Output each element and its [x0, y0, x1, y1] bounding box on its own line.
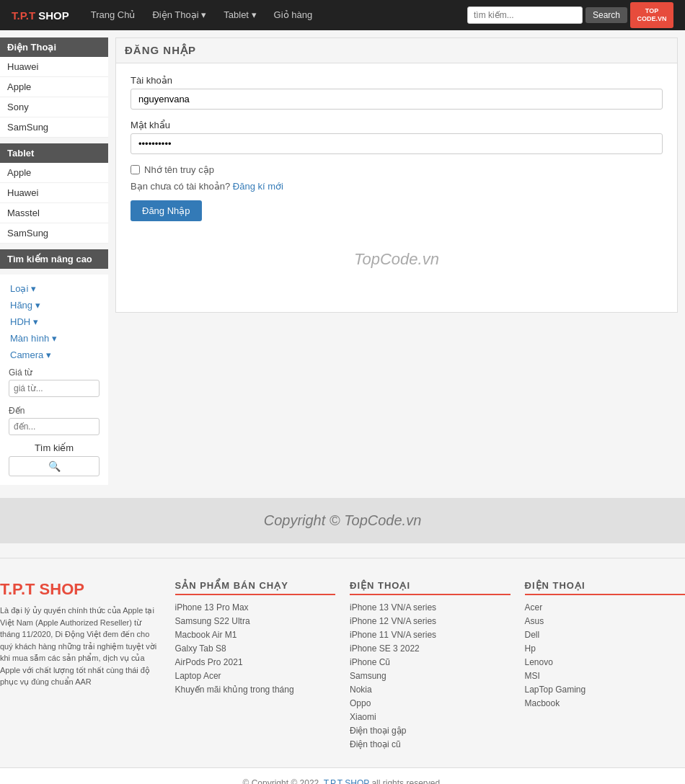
- footer-brand: T.P.T SHOP: [0, 580, 161, 599]
- account-input[interactable]: [131, 89, 663, 110]
- footer-dt2-6[interactable]: MSI: [525, 671, 686, 681]
- price-to-input[interactable]: [9, 418, 100, 435]
- footer-san-pham-1[interactable]: iPhone 13 Pro Max: [175, 602, 336, 612]
- footer-san-pham-col: SẢN PHẨM BÁN CHẠY iPhone 13 Pro Max Sams…: [175, 580, 336, 753]
- footer-dt-3[interactable]: iPhone 11 VN/A series: [350, 630, 511, 640]
- price-from-section: Giá từ: [6, 363, 102, 401]
- price-from-label: Giá từ: [9, 368, 100, 378]
- search-btn-container: Tìm kiếm 🔍: [6, 440, 102, 479]
- login-container: ĐĂNG NHẬP Tài khoản Mật khẩu Nhớ tên tru…: [115, 37, 678, 313]
- search-input[interactable]: [467, 6, 583, 24]
- sidebar-tablet-section: Tablet Apple Huawei Masstel SamSung: [0, 143, 108, 244]
- advanced-search-body: Loại ▾ Hãng ▾ HDH ▾ Màn hình ▾ Camera ▾ …: [0, 275, 108, 485]
- footer-dt2-3[interactable]: Dell: [525, 630, 686, 640]
- nav-links: Trang Chủ Điện Thoại ▾ Tablet ▾ Giỏ hàng: [84, 0, 453, 30]
- nav-dien-thoai[interactable]: Điện Thoại ▾: [145, 0, 213, 30]
- account-group: Tài khoản: [131, 75, 663, 110]
- footer-san-pham-6[interactable]: Laptop Acer: [175, 671, 336, 681]
- footer-dt-6[interactable]: Samsung: [350, 671, 511, 681]
- filter-camera: Camera ▾: [6, 347, 102, 363]
- price-to-label: Đến: [9, 406, 100, 416]
- watermark: TopCode.vn: [131, 221, 663, 298]
- sidebar: Điện Thoại Huawei Apple Sony SamSung Tab…: [0, 30, 108, 498]
- footer-dien-thoai2-title: ĐIỆN THOẠI: [525, 580, 686, 595]
- navbar: T.P.T SHOP Trang Chủ Điện Thoại ▾ Tablet…: [0, 0, 685, 30]
- sidebar-dien-thoai-title: Điện Thoại: [0, 37, 108, 57]
- advanced-search-button[interactable]: 🔍: [9, 456, 100, 476]
- sidebar-advanced-search: Tìm kiếm nâng cao Loại ▾ Hãng ▾ HDH ▾ Mà…: [0, 249, 108, 485]
- footer-dt2-4[interactable]: Hp: [525, 643, 686, 654]
- footer-dt-7[interactable]: Nokia: [350, 685, 511, 695]
- main-content: ĐĂNG NHẬP Tài khoản Mật khẩu Nhớ tên tru…: [108, 30, 685, 498]
- footer-dt-9[interactable]: Xiaomi: [350, 712, 511, 722]
- footer-inner: T.P.T SHOP Là đại lý ủy quyền chính thức…: [0, 580, 685, 753]
- login-button[interactable]: Đăng Nhập: [131, 200, 202, 221]
- sidebar-tablet-title: Tablet: [0, 143, 108, 163]
- footer-dt2-7[interactable]: LapTop Gaming: [525, 685, 686, 695]
- filter-hang-link[interactable]: Hãng ▾: [10, 300, 40, 311]
- footer-copyright-bar: © Copyright © 2022. T.P.T SHOP all right…: [0, 767, 685, 784]
- password-group: Mật khẩu: [131, 120, 663, 154]
- filter-man-hinh: Màn hình ▾: [6, 330, 102, 347]
- password-label: Mật khẩu: [131, 120, 663, 130]
- footer-dt-10[interactable]: Điện thoại gập: [350, 726, 511, 736]
- footer-copyright-mid: Copyright © TopCode.vn: [0, 498, 685, 543]
- filter-camera-link[interactable]: Camera ▾: [10, 349, 51, 360]
- footer-brand-col: T.P.T SHOP Là đại lý ủy quyền chính thức…: [0, 580, 161, 753]
- price-to-section: Đến: [6, 401, 102, 440]
- sidebar-item-tablet-huawei[interactable]: Huawei: [0, 183, 108, 203]
- search-bar: Search TOPCODE.VN: [467, 2, 673, 28]
- sidebar-item-tablet-masstel[interactable]: Masstel: [0, 203, 108, 223]
- price-from-input[interactable]: [9, 380, 100, 397]
- footer-san-pham-5[interactable]: AirPods Pro 2021: [175, 657, 336, 667]
- filter-hang: Hãng ▾: [6, 297, 102, 313]
- footer-dt-5[interactable]: iPhone Cũ: [350, 657, 511, 667]
- search-button[interactable]: Search: [585, 7, 627, 23]
- sidebar-item-tablet-apple[interactable]: Apple: [0, 163, 108, 183]
- copyright-rights: all rights reserved.: [371, 778, 442, 784]
- footer-san-pham-3[interactable]: Macbook Air M1: [175, 630, 336, 640]
- footer-dien-thoai-col: ĐIỆN THOẠI iPhone 13 VN/A series iPhone …: [350, 580, 511, 753]
- register-link[interactable]: Đăng kí mới: [233, 181, 283, 192]
- footer-dt2-1[interactable]: Acer: [525, 602, 686, 612]
- advanced-search-title: Tìm kiếm nâng cao: [0, 249, 108, 269]
- nav-home[interactable]: Trang Chủ: [84, 0, 143, 30]
- sidebar-item-samsung[interactable]: SamSung: [0, 117, 108, 138]
- remember-label: Nhớ tên truy cập: [144, 164, 214, 175]
- sidebar-item-tablet-samsung[interactable]: SamSung: [0, 223, 108, 244]
- nav-tablet[interactable]: Tablet ▾: [216, 0, 263, 30]
- search-btn-label: Tìm kiếm: [9, 442, 100, 453]
- remember-row: Nhớ tên truy cập: [131, 164, 663, 175]
- footer-dt2-8[interactable]: Macbook: [525, 698, 686, 708]
- footer-dt-1[interactable]: iPhone 13 VN/A series: [350, 602, 511, 612]
- footer-dt-8[interactable]: Oppo: [350, 698, 511, 708]
- copyright-brand-link[interactable]: T.P.T SHOP: [324, 778, 369, 784]
- filter-loai-link[interactable]: Loại ▾: [10, 283, 36, 294]
- footer-dt2-5[interactable]: Lenovo: [525, 657, 686, 667]
- filter-hdh: HDH ▾: [6, 313, 102, 330]
- password-input[interactable]: [131, 133, 663, 154]
- sidebar-item-apple[interactable]: Apple: [0, 77, 108, 97]
- sidebar-item-huawei[interactable]: Huawei: [0, 57, 108, 77]
- footer-dien-thoai-title: ĐIỆN THOẠI: [350, 580, 511, 595]
- footer-dt-11[interactable]: Điện thoại cũ: [350, 739, 511, 749]
- footer-dt-2[interactable]: iPhone 12 VN/A series: [350, 616, 511, 626]
- filter-man-hinh-link[interactable]: Màn hình ▾: [10, 333, 57, 344]
- footer-dt2-2[interactable]: Asus: [525, 616, 686, 626]
- footer-dt-4[interactable]: iPhone SE 3 2022: [350, 643, 511, 654]
- register-text: Bạn chưa có tài khoản? Đăng kí mới: [131, 181, 663, 192]
- footer-san-pham-4[interactable]: Galxy Tab S8: [175, 643, 336, 654]
- filter-hdh-link[interactable]: HDH ▾: [10, 316, 38, 327]
- sidebar-item-sony[interactable]: Sony: [0, 97, 108, 117]
- filter-loai: Loại ▾: [6, 280, 102, 297]
- account-label: Tài khoản: [131, 75, 663, 86]
- topcode-logo: TOPCODE.VN: [630, 2, 673, 28]
- main-container: Điện Thoại Huawei Apple Sony SamSung Tab…: [0, 30, 685, 498]
- footer-top: T.P.T SHOP Là đại lý ủy quyền chính thức…: [0, 558, 685, 767]
- footer-desc: Là đại lý ủy quyền chính thức của Apple …: [0, 605, 161, 688]
- brand[interactable]: T.P.T SHOP: [12, 9, 69, 22]
- footer-san-pham-7[interactable]: Khuyến mãi khủng trong tháng: [175, 685, 336, 695]
- remember-checkbox[interactable]: [131, 165, 140, 174]
- nav-cart[interactable]: Giỏ hàng: [267, 0, 320, 30]
- footer-san-pham-2[interactable]: Samsung S22 Ultra: [175, 616, 336, 626]
